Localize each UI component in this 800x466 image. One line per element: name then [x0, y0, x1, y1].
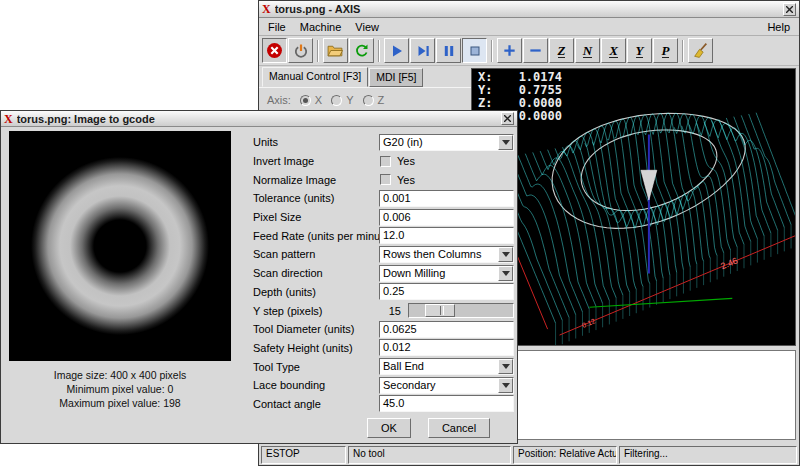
combo-value: G20 (in) — [380, 135, 498, 150]
entry-contact-angle[interactable]: 45.0 — [379, 395, 514, 412]
stop-button[interactable] — [462, 38, 487, 63]
combo-tool-type[interactable]: Ball End — [379, 358, 514, 375]
image-size-text: Image size: 400 x 400 pixels — [9, 368, 231, 382]
play-icon — [389, 43, 405, 59]
cancel-button[interactable]: Cancel — [428, 418, 490, 438]
field-label-scan-direction: Scan direction — [253, 267, 379, 279]
form-row-normalize-image: Normalize ImageYes — [253, 170, 514, 189]
radio-icon — [300, 95, 311, 106]
view-perspective-button[interactable]: P — [653, 38, 678, 63]
entry-depth-units[interactable]: 0.25 — [379, 283, 514, 300]
form-row-feed-rate-units-per-minute: Feed Rate (units per minute)12.0 — [253, 226, 514, 245]
menu-file[interactable]: File — [261, 20, 293, 34]
scale-trough[interactable] — [408, 303, 514, 318]
axis-z-label: Z — [378, 94, 385, 106]
field-label-normalize-image: Normalize Image — [253, 174, 379, 186]
menu-machine[interactable]: Machine — [293, 20, 349, 34]
zoom-out-button[interactable] — [523, 38, 548, 63]
entry-feed-rate-units-per-minute[interactable]: 12.0 — [379, 227, 514, 244]
open-file-button[interactable] — [323, 38, 348, 63]
view-y-button[interactable]: Y — [627, 38, 652, 63]
radio-icon — [331, 95, 342, 106]
form-row-units: UnitsG20 (in) — [253, 133, 514, 152]
menu-view[interactable]: View — [348, 20, 386, 34]
field-label-tool-diameter-units: Tool Diameter (units) — [253, 323, 379, 335]
check-invert-image[interactable]: Yes — [379, 155, 514, 167]
form-row-scan-direction: Scan directionDown Milling — [253, 264, 514, 283]
field-label-units: Units — [253, 136, 379, 148]
view-x-button[interactable]: X — [601, 38, 626, 63]
entry-pixel-size[interactable]: 0.006 — [379, 209, 514, 226]
dim-label-small: 0.12 — [581, 317, 596, 329]
reload-button[interactable] — [349, 38, 374, 63]
menubar: File Machine View Help — [259, 18, 799, 36]
minus-icon — [528, 43, 543, 58]
combo-value: Rows then Columns — [380, 247, 498, 262]
combo-scan-direction[interactable]: Down Milling — [379, 265, 514, 282]
axis-radio-x[interactable]: X — [300, 94, 322, 106]
combo-lace-bounding[interactable]: Secondary — [379, 377, 514, 394]
axis-x-label: X — [315, 94, 322, 106]
combo-units[interactable]: G20 (in) — [379, 134, 514, 151]
y-axis-line — [589, 298, 732, 307]
step-icon — [415, 43, 431, 59]
view-z2-label: N — [583, 44, 592, 58]
close-icon[interactable] — [501, 112, 514, 125]
close-icon[interactable] — [783, 3, 796, 16]
view-z-label: Z — [558, 44, 566, 58]
chevron-down-icon — [498, 135, 513, 150]
status-position: Position: Relative Actual — [513, 446, 617, 464]
tab-manual-control[interactable]: Manual Control [F3] — [262, 67, 368, 87]
step-button[interactable] — [410, 38, 435, 63]
run-button[interactable] — [384, 38, 409, 63]
toolbar: Z N X Y P — [259, 36, 799, 66]
checkbox-icon — [380, 156, 391, 167]
tab-mdi[interactable]: MDI [F5] — [369, 68, 423, 87]
lower-panel — [471, 350, 796, 440]
form-row-y-step-pixels: Y step (pixels)15 — [253, 301, 514, 320]
ok-button[interactable]: OK — [367, 418, 411, 438]
view-z2-button[interactable]: N — [575, 38, 600, 63]
chevron-down-icon — [498, 359, 513, 374]
toolbar-separator — [378, 40, 380, 62]
view-z-button[interactable]: Z — [549, 38, 574, 63]
image-info: Image size: 400 x 400 pixels Minimum pix… — [9, 368, 231, 410]
field-label-invert-image: Invert Image — [253, 155, 379, 167]
zoom-in-button[interactable] — [497, 38, 522, 63]
field-label-depth-units: Depth (units) — [253, 286, 379, 298]
field-label-contact-angle: Contact angle — [253, 398, 379, 410]
entry-safety-height-units[interactable]: 0.012 — [379, 339, 514, 356]
backplot-preview[interactable]: X:1.0174 Y:0.7755 Z:0.0000 0.0000 2.34 2… — [471, 68, 796, 346]
combo-wrap-scan-direction: Down Milling — [379, 265, 514, 282]
axis-radio-y[interactable]: Y — [331, 94, 353, 106]
scale-handle[interactable] — [425, 304, 455, 317]
plus-icon — [502, 43, 517, 58]
check-normalize-image[interactable]: Yes — [379, 174, 514, 186]
pause-button[interactable] — [436, 38, 461, 63]
combo-scan-pattern[interactable]: Rows then Columns — [379, 246, 514, 263]
axis-radio-z[interactable]: Z — [363, 94, 385, 106]
x11-app-icon: X — [262, 3, 271, 15]
dialog-titlebar[interactable]: X torus.png: Image to gcode — [1, 111, 517, 127]
source-image-preview — [9, 131, 231, 361]
axis-titlebar[interactable]: X torus.png - AXIS — [259, 1, 799, 18]
estop-button[interactable] — [262, 38, 287, 63]
scale-y-step-pixels: 15 — [379, 303, 514, 318]
axis-window-title: torus.png - AXIS — [275, 3, 779, 15]
toolbar-separator — [317, 40, 319, 62]
view-p-label: P — [662, 44, 670, 58]
entry-tool-diameter-units[interactable]: 0.0625 — [379, 321, 514, 338]
field-label-feed-rate-units-per-minute: Feed Rate (units per minute) — [253, 230, 379, 242]
clear-plot-button[interactable] — [688, 38, 713, 63]
menu-help[interactable]: Help — [760, 20, 797, 34]
scale-value: 15 — [379, 305, 401, 317]
machine-power-button[interactable] — [288, 38, 313, 63]
dialog-title: torus.png: Image to gcode — [17, 113, 497, 125]
estop-icon — [266, 42, 283, 59]
combo-wrap-tool-type: Ball End — [379, 358, 514, 375]
field-label-tool-type: Tool Type — [253, 361, 379, 373]
form-row-invert-image: Invert ImageYes — [253, 152, 514, 171]
combo-wrap-lace-bounding: Secondary — [379, 377, 514, 394]
status-tool: No tool — [348, 446, 511, 464]
entry-tolerance-units[interactable]: 0.001 — [379, 190, 514, 207]
